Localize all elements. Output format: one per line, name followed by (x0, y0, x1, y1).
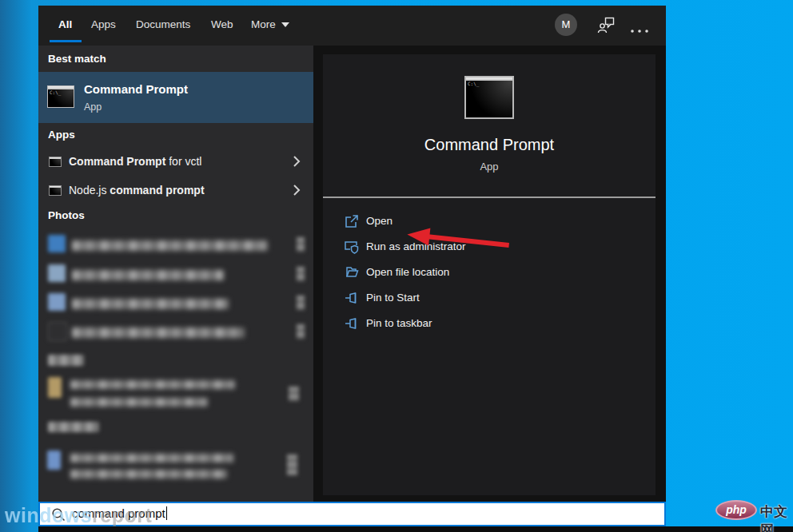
action-open-file-location[interactable]: Open file location (323, 260, 656, 285)
best-match-subtitle: App (84, 101, 102, 113)
action-pin-to-start[interactable]: Pin to Start (323, 285, 656, 311)
app-result-nodejs-command-prompt[interactable]: Node.js command prompt (38, 177, 313, 203)
section-header-redacted (48, 422, 99, 432)
chevron-right-icon[interactable] (293, 156, 301, 167)
pin-icon (345, 316, 359, 331)
command-prompt-icon (49, 157, 62, 167)
tab-apps[interactable]: Apps (91, 18, 116, 30)
pin-icon (345, 291, 359, 305)
search-input[interactable]: command prompt (38, 502, 666, 526)
app-result-command-prompt-for-vctl[interactable]: Command Prompt for vctl (38, 149, 313, 174)
tab-web[interactable]: Web (211, 18, 233, 30)
best-match-header: Best match (48, 53, 106, 65)
apps-section-header: Apps (48, 129, 75, 141)
photos-section-header: Photos (48, 209, 85, 221)
photo-result-row-redacted[interactable] (38, 262, 313, 286)
shield-window-icon (345, 240, 359, 254)
action-label: Pin to Start (366, 285, 420, 311)
tab-all[interactable]: All (58, 18, 72, 30)
result-text-bold: command prompt (110, 184, 204, 197)
result-row-two-line-redacted[interactable] (38, 374, 313, 411)
account-avatar[interactable]: M (555, 14, 577, 36)
php-logo-watermark: php (715, 500, 757, 520)
taskbar-edge (38, 526, 793, 532)
section-header-redacted (48, 355, 84, 366)
feedback-icon[interactable] (597, 16, 616, 38)
text-caret (166, 506, 168, 520)
photo-result-row-redacted[interactable] (38, 233, 313, 257)
action-label: Open (366, 208, 393, 234)
action-label: Open file location (366, 260, 449, 285)
chevron-right-icon[interactable] (293, 185, 301, 196)
result-text: for vctl (165, 155, 201, 168)
photo-result-row-redacted[interactable] (38, 291, 313, 315)
action-label: Pin to taskbar (366, 311, 432, 336)
search-query-text: command prompt (72, 506, 167, 520)
command-prompt-icon-large: C:\_ (464, 76, 514, 119)
result-text: Node.js (69, 184, 110, 197)
folder-location-icon (345, 265, 359, 280)
command-prompt-icon (49, 185, 62, 196)
preview-separator (323, 197, 656, 198)
preview-title: Command Prompt (323, 136, 656, 154)
preview-subtitle: App (323, 161, 656, 173)
tab-documents[interactable]: Documents (136, 18, 190, 30)
best-match-result-command-prompt[interactable]: C:\_ Command Prompt App (38, 72, 313, 123)
annotation-arrow (404, 228, 524, 255)
more-options-icon[interactable] (630, 22, 649, 37)
desktop: All Apps Documents Web More M Best match… (0, 0, 793, 532)
tab-more[interactable]: More (251, 18, 289, 30)
tab-more-label: More (251, 18, 276, 30)
open-icon (345, 214, 359, 228)
command-prompt-icon: C:\_ (47, 85, 74, 108)
result-text-bold: Command Prompt (69, 155, 165, 168)
chevron-down-icon (281, 22, 289, 27)
action-pin-to-taskbar[interactable]: Pin to taskbar (323, 311, 656, 336)
active-tab-underline (50, 40, 82, 42)
best-match-title: Command Prompt (84, 82, 188, 96)
search-icon (51, 507, 66, 522)
result-row-two-line-redacted[interactable] (38, 447, 313, 484)
photo-result-row-redacted[interactable] (38, 320, 313, 343)
